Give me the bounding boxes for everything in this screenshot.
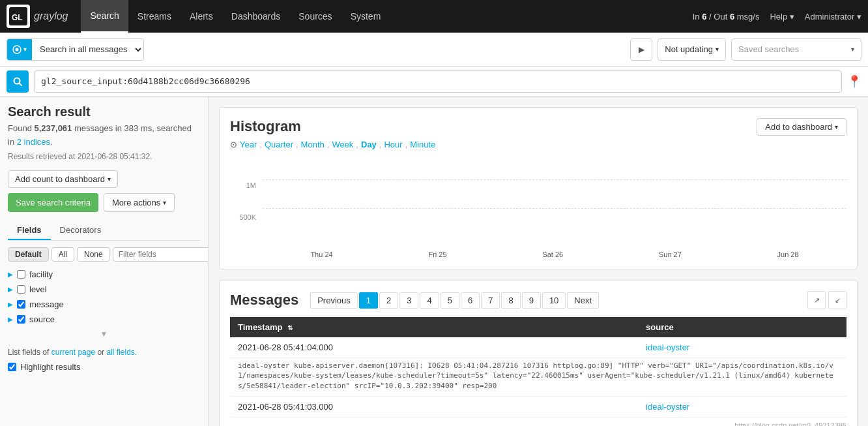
checkbox-message[interactable] xyxy=(17,300,25,309)
action-buttons: Add count to dashboard ▾ Save search cri… xyxy=(8,170,200,212)
checkbox-level[interactable] xyxy=(17,285,25,294)
histogram-bars xyxy=(263,157,846,245)
more-actions-button[interactable]: More actions ▾ xyxy=(104,193,175,212)
highlight-label: Highlight results xyxy=(20,362,81,372)
stream-select[interactable]: Search in all messages xyxy=(32,39,143,60)
col-timestamp[interactable]: Timestamp ⇅ xyxy=(230,317,638,337)
page-btn-3[interactable]: 3 xyxy=(399,292,418,309)
search-result-info: Found 5,237,061 messages in 383 ms, sear… xyxy=(8,122,200,149)
saved-searches-dropdown[interactable]: Saved searches ▾ xyxy=(731,38,861,61)
checkbox-source[interactable] xyxy=(17,315,25,324)
page-btn-5[interactable]: 5 xyxy=(441,292,459,309)
filter-fields-input[interactable] xyxy=(113,247,209,262)
time-link-minute[interactable]: Minute xyxy=(410,140,435,149)
nav-item-search[interactable]: Search xyxy=(81,0,128,33)
nav-item-streams[interactable]: Streams xyxy=(128,0,181,33)
search-input[interactable] xyxy=(34,70,842,93)
add-count-button[interactable]: Add count to dashboard ▾ xyxy=(8,170,118,188)
search-go-button[interactable] xyxy=(7,70,29,93)
fields-list: ▶ facility ▶ level ▶ message ▶ source xyxy=(8,267,200,327)
nav-item-system[interactable]: System xyxy=(341,0,390,33)
not-updating-arrow: ▾ xyxy=(716,46,719,53)
msg-out: 6 xyxy=(730,12,734,22)
msg-timestamp-1: 2021-06-28 05:41:04.000 xyxy=(230,337,638,358)
next-page-btn[interactable]: Next xyxy=(567,292,599,309)
msg-source-2: ideal-oyster xyxy=(638,397,846,418)
saved-searches-arrow: ▾ xyxy=(851,46,854,53)
field-label-facility: facility xyxy=(29,269,53,279)
nav-item-alerts[interactable]: Alerts xyxy=(181,0,222,33)
stream-selector[interactable]: ▾ Search in all messages xyxy=(7,38,144,61)
sort-icon: ⇅ xyxy=(287,324,293,331)
checkbox-facility[interactable] xyxy=(17,270,25,279)
filter-none-btn[interactable]: None xyxy=(77,247,110,262)
x-axis-labels: Thu 24 Fri 25 Sat 26 Sun 27 Jun 28 xyxy=(263,251,846,258)
not-updating-button[interactable]: Not updating ▾ xyxy=(658,38,726,61)
x-label-sun27: Sun 27 xyxy=(659,251,682,258)
page-btn-1[interactable]: 1 xyxy=(359,292,378,309)
main-content: Search result Found 5,237,061 messages i… xyxy=(0,97,868,426)
time-link-month[interactable]: Month xyxy=(301,140,325,149)
scroll-indicator[interactable]: ▼ xyxy=(8,327,200,341)
expand-arrow-level[interactable]: ▶ xyxy=(8,286,13,293)
tab-decorators[interactable]: Decorators xyxy=(51,221,111,240)
tab-fields[interactable]: Fields xyxy=(8,221,51,240)
field-item-message: ▶ message xyxy=(8,297,200,312)
svg-line-5 xyxy=(20,83,22,85)
clock-icon: ⊙ xyxy=(230,140,237,149)
field-item-level: ▶ level xyxy=(8,282,200,297)
expand-arrow-message[interactable]: ▶ xyxy=(8,301,13,308)
admin-button[interactable]: Administrator ▾ xyxy=(805,12,861,22)
page-btn-2[interactable]: 2 xyxy=(379,292,398,309)
logo-icon: GL xyxy=(7,5,30,28)
time-link-hour[interactable]: Hour xyxy=(384,140,402,149)
right-panel: Histogram Add to dashboard ▾ ⊙ Year, Qua… xyxy=(209,97,868,426)
svg-text:GL: GL xyxy=(12,13,23,22)
page-btn-9[interactable]: 9 xyxy=(522,292,541,309)
expand-arrow-source[interactable]: ▶ xyxy=(8,316,13,323)
nav-item-dashboards[interactable]: Dashboards xyxy=(222,0,290,33)
save-search-button[interactable]: Save search criteria xyxy=(8,193,98,212)
left-panel: Search result Found 5,237,061 messages i… xyxy=(0,97,209,426)
time-link-week[interactable]: Week xyxy=(332,140,353,149)
highlight-checkbox[interactable] xyxy=(8,363,16,371)
expand-arrow-facility[interactable]: ▶ xyxy=(8,271,13,278)
msg-source-1: ideal-oyster xyxy=(638,337,846,358)
prev-page-btn[interactable]: Previous xyxy=(310,292,358,309)
table-row-2: 2021-06-28 05:41:03.000 ideal-oyster xyxy=(230,397,846,418)
stream-icon-btn[interactable]: ▾ xyxy=(7,38,32,61)
y-axis: 1M 500K xyxy=(230,157,259,245)
indices-link[interactable]: 2 indices xyxy=(17,137,50,147)
time-link-year[interactable]: Year xyxy=(240,140,257,149)
all-fields-link[interactable]: all fields. xyxy=(106,348,137,357)
time-link-day[interactable]: Day xyxy=(361,140,377,149)
x-label-fri25: Fri 25 xyxy=(428,251,446,258)
filter-default-btn[interactable]: Default xyxy=(8,247,49,262)
time-link-quarter[interactable]: Quarter xyxy=(265,140,293,149)
field-label-message: message xyxy=(29,299,64,309)
page-btn-6[interactable]: 6 xyxy=(461,292,480,309)
col-source: source xyxy=(638,317,846,337)
expand-btn-2[interactable]: ↙ xyxy=(828,291,846,309)
search-result-title: Search result xyxy=(8,104,200,119)
filter-all-btn[interactable]: All xyxy=(51,247,74,262)
play-button[interactable]: ▶ xyxy=(630,38,652,61)
page-btn-10[interactable]: 10 xyxy=(542,292,566,309)
nav-item-sources[interactable]: Sources xyxy=(289,0,341,33)
pin-icon[interactable]: 📍 xyxy=(847,74,861,89)
page-btn-8[interactable]: 8 xyxy=(501,292,520,309)
field-label-level: level xyxy=(29,284,47,294)
page-btn-7[interactable]: 7 xyxy=(481,292,500,309)
expand-btn-1[interactable]: ↗ xyxy=(807,291,826,309)
add-to-dashboard-button[interactable]: Add to dashboard ▾ xyxy=(757,118,846,136)
nav-items: Search Streams Alerts Dashboards Sources… xyxy=(81,0,390,33)
help-button[interactable]: Help ▾ xyxy=(770,12,794,22)
messages-header: Messages Previous 1 2 3 4 5 6 7 8 9 10 N… xyxy=(230,291,846,309)
current-page-link[interactable]: current page xyxy=(51,348,95,357)
expand-buttons: ↗ ↙ xyxy=(807,291,846,309)
list-fields-info: List fields of current page or all field… xyxy=(8,348,200,357)
logo: GL graylog xyxy=(7,5,68,28)
histogram-section: Histogram Add to dashboard ▾ ⊙ Year, Qua… xyxy=(219,107,858,269)
page-btn-4[interactable]: 4 xyxy=(420,292,439,309)
msg-in: 6 xyxy=(702,12,706,22)
